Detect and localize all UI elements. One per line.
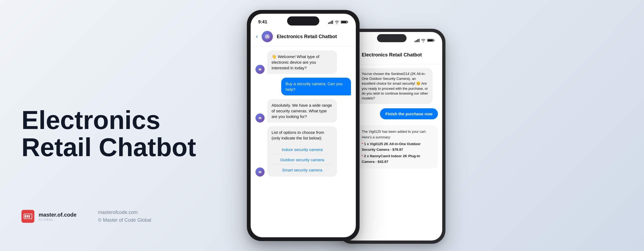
svg-rect-11 — [341, 21, 347, 23]
bot-bubble-2: Absolutely. We have a wide range of secu… — [267, 99, 337, 123]
brand-logo-icon — [21, 210, 34, 223]
phone-1: 9:41 — [247, 10, 360, 241]
svg-rect-7 — [331, 21, 332, 24]
svg-rect-2 — [25, 215, 26, 218]
bot-avatar-3 — [255, 167, 265, 177]
option-smart[interactable]: Smart security camera — [272, 166, 333, 174]
svg-rect-21 — [259, 117, 261, 119]
logo-area: master.of.code GLOBAL — [21, 210, 76, 223]
svg-rect-3 — [27, 215, 28, 218]
phone-frame-1: 9:41 — [247, 10, 360, 241]
svg-rect-17 — [259, 69, 261, 70]
signal-icon — [328, 20, 333, 24]
svg-point-23 — [260, 117, 261, 118]
phone2-bot-bubble: You've chosen the Sentinel214 (2K All-in… — [357, 68, 433, 104]
svg-rect-16 — [266, 37, 268, 38]
wifi-icon-2 — [421, 39, 426, 42]
bot-avatar-icon-2 — [258, 116, 262, 120]
svg-rect-32 — [419, 39, 419, 42]
chat-avatar-1 — [262, 31, 273, 42]
svg-rect-24 — [259, 119, 261, 119]
svg-point-22 — [259, 117, 259, 118]
cart-intro: The Vigil125 has been added to your cart… — [362, 129, 434, 140]
svg-point-14 — [266, 36, 267, 37]
svg-point-27 — [260, 171, 261, 172]
cart-summary: The Vigil125 has been added to your cart… — [357, 125, 438, 168]
wifi-icon — [335, 20, 339, 24]
phone-inner-1: 9:41 — [251, 14, 356, 237]
hero-title: Electronics Retail Chatbot — [21, 64, 199, 161]
chat-title-1: Electronics Retail Chatbot — [277, 34, 337, 40]
phones-section: 9:41 — [220, 0, 644, 251]
options-container: List of options to choose from (only ind… — [267, 126, 337, 177]
svg-rect-34 — [434, 40, 434, 41]
svg-rect-6 — [330, 22, 330, 24]
footer-info: master.of.code GLOBAL masterofcode.com ©… — [21, 209, 199, 224]
option-outdoor[interactable]: Outdoor security camera — [272, 155, 333, 164]
svg-rect-25 — [259, 171, 261, 173]
svg-rect-13 — [266, 35, 269, 38]
svg-rect-4 — [28, 215, 30, 218]
svg-rect-28 — [259, 173, 261, 173]
svg-point-19 — [260, 69, 261, 69]
bot-icon-1 — [264, 34, 270, 40]
chat-title-2: Electronics Retail Chatbot — [362, 52, 422, 58]
options-intro-bubble: List of options to choose from (only ind… — [267, 126, 337, 144]
svg-point-26 — [259, 171, 259, 172]
battery-icon-2 — [427, 38, 435, 42]
options-list: Indoor security camera Outdoor security … — [267, 144, 337, 177]
dynamic-island-1 — [287, 16, 319, 26]
message-row: 👋 Welcome! What type of electronic devic… — [255, 51, 351, 74]
battery-icon — [341, 20, 348, 24]
dynamic-island-2 — [377, 34, 407, 42]
svg-rect-10 — [347, 21, 348, 23]
bot-avatar-icon-3 — [258, 170, 262, 174]
svg-point-15 — [268, 36, 269, 37]
chat-header-1: ‹ Electronics Retail Chatbot — [251, 28, 356, 46]
brand-name: master.of.code GLOBAL — [39, 212, 76, 221]
title-line1: Electronics — [21, 107, 199, 134]
svg-rect-29 — [415, 41, 415, 42]
user-bubble: Buy a security camera. Can you help? — [281, 78, 351, 95]
status-icons-2 — [415, 38, 435, 42]
svg-rect-35 — [428, 40, 433, 41]
signal-icon-2 — [415, 39, 419, 42]
option-indoor[interactable]: Indoor security camera — [272, 145, 333, 154]
svg-rect-20 — [259, 70, 261, 70]
bot-bubble: 👋 Welcome! What type of electronic devic… — [267, 51, 337, 74]
bot-avatar — [255, 65, 265, 74]
bot-message-row-3: List of options to choose from (only ind… — [255, 126, 351, 177]
bot-avatar-2 — [255, 113, 265, 123]
svg-point-18 — [259, 69, 259, 69]
finish-purchase-button[interactable]: Finish the purchase now — [380, 108, 438, 119]
cart-item-1: * 1 x Vigil125 2K All-in-One Outdoor Sec… — [362, 141, 434, 153]
user-message-row: Buy a security camera. Can you help? — [255, 78, 351, 95]
svg-rect-5 — [328, 23, 329, 24]
svg-rect-31 — [417, 39, 418, 42]
chat-messages-1: 👋 Welcome! What type of electronic devic… — [251, 46, 356, 237]
status-time-1: 9:41 — [258, 19, 267, 25]
website-info: masterofcode.com © Master of Code Global — [98, 209, 151, 224]
svg-rect-30 — [416, 40, 417, 42]
title-line2: Retail Chatbot — [21, 134, 199, 161]
bot-message-row-2: Absolutely. We have a wide range of secu… — [255, 99, 351, 123]
back-button-1[interactable]: ‹ — [256, 33, 258, 40]
bot-avatar-icon — [258, 67, 262, 72]
status-icons-1 — [328, 20, 348, 24]
cart-item-2: * 2 x NannyCam3 Indoor 2K Plug-In Camera… — [362, 153, 434, 165]
left-section: Electronics Retail Chatbot master.of.cod… — [0, 0, 220, 251]
svg-rect-8 — [332, 20, 333, 24]
